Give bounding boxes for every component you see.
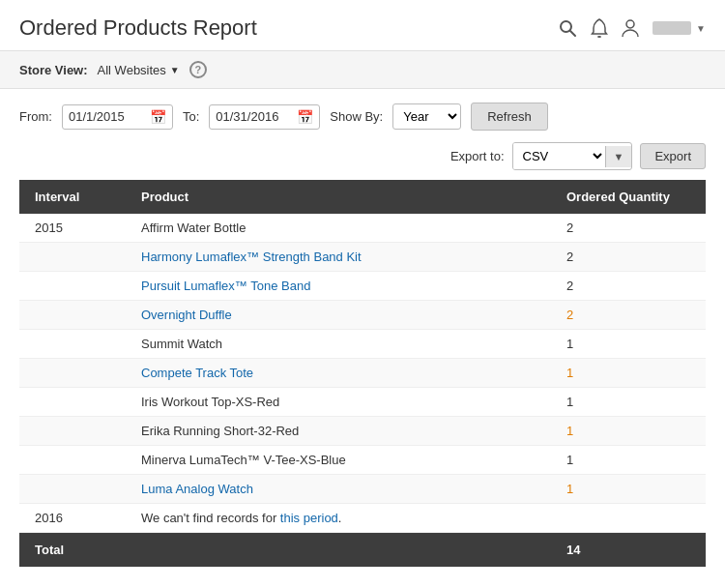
- table-row: Harmony Lumaflex™ Strength Band Kit2: [19, 243, 706, 272]
- from-date-input-wrap: 📅: [62, 104, 173, 130]
- cell-qty: 2: [551, 301, 706, 330]
- table-row: Erika Running Short-32-Red1: [19, 417, 706, 446]
- page-header: Ordered Products Report ▼: [0, 0, 725, 51]
- cell-product: Affirm Water Bottle: [126, 214, 551, 243]
- no-records-link[interactable]: this period: [280, 511, 338, 525]
- product-link[interactable]: Overnight Duffle: [141, 308, 232, 322]
- table-row: Luma Analog Watch1: [19, 475, 706, 504]
- cell-interval: [19, 388, 126, 417]
- product-link[interactable]: Compete Track Tote: [141, 366, 253, 380]
- to-calendar-icon[interactable]: 📅: [297, 109, 313, 125]
- search-icon[interactable]: [558, 18, 577, 38]
- report-table: Interval Product Ordered Quantity 2015Af…: [19, 180, 706, 567]
- cell-product: We can't find records for this period.: [126, 504, 551, 533]
- cell-product[interactable]: Harmony Lumaflex™ Strength Band Kit: [126, 243, 551, 272]
- footer-total-label: Total: [19, 533, 126, 568]
- cell-interval: [19, 301, 126, 330]
- footer-total-qty: 14: [551, 533, 706, 568]
- page-title: Ordered Products Report: [19, 15, 257, 41]
- footer-empty: [126, 533, 551, 568]
- export-format-wrap: CSV XML Excel XML ▼: [512, 142, 633, 170]
- cell-qty: 2: [551, 272, 706, 301]
- table-wrap: Interval Product Ordered Quantity 2015Af…: [0, 180, 725, 586]
- cell-qty: 2: [551, 214, 706, 243]
- user-menu[interactable]: ▼: [652, 21, 706, 35]
- cell-product[interactable]: Overnight Duffle: [126, 301, 551, 330]
- table-header: Interval Product Ordered Quantity: [19, 180, 706, 214]
- product-link[interactable]: Luma Analog Watch: [141, 482, 253, 496]
- table-row: Pursuit Lumaflex™ Tone Band2: [19, 272, 706, 301]
- cell-product[interactable]: Luma Analog Watch: [126, 475, 551, 504]
- svg-point-2: [597, 36, 601, 38]
- cell-product[interactable]: Compete Track Tote: [126, 359, 551, 388]
- filter-bar: From: 📅 To: 📅 Show By: Year Month Day Re…: [0, 89, 725, 138]
- product-link[interactable]: Pursuit Lumaflex™ Tone Band: [141, 279, 310, 293]
- table-row: Overnight Duffle2: [19, 301, 706, 330]
- export-row: Export to: CSV XML Excel XML ▼ Export: [0, 138, 725, 180]
- product-link[interactable]: Harmony Lumaflex™ Strength Band Kit: [141, 250, 362, 264]
- cell-interval: [19, 446, 126, 475]
- store-view-label: Store View:: [19, 63, 88, 77]
- export-label: Export to:: [450, 149, 505, 163]
- cell-qty: 1: [551, 446, 706, 475]
- cell-qty: 1: [551, 417, 706, 446]
- cell-interval: [19, 417, 126, 446]
- cell-qty: 2: [551, 243, 706, 272]
- cell-qty: 1: [551, 388, 706, 417]
- user-icon[interactable]: [622, 18, 639, 38]
- table-row: 2016We can't find records for this perio…: [19, 504, 706, 533]
- cell-qty: [551, 504, 706, 533]
- cell-product: Iris Workout Top-XS-Red: [126, 388, 551, 417]
- user-avatar-bar: [652, 21, 691, 35]
- refresh-button[interactable]: Refresh: [471, 103, 548, 131]
- cell-interval: [19, 243, 126, 272]
- cell-interval: 2016: [19, 504, 126, 533]
- cell-interval: 2015: [19, 214, 126, 243]
- svg-line-1: [570, 31, 575, 36]
- show-by-label: Show By:: [330, 109, 383, 124]
- cell-interval: [19, 272, 126, 301]
- cell-product: Erika Running Short-32-Red: [126, 417, 551, 446]
- export-format-select[interactable]: CSV XML Excel XML: [513, 143, 605, 169]
- store-bar: Store View: All Websites ▼ ?: [0, 51, 725, 89]
- bell-icon[interactable]: [591, 18, 608, 38]
- cell-qty: 1: [551, 330, 706, 359]
- header-icons: ▼: [558, 18, 706, 38]
- to-label: To:: [183, 109, 199, 124]
- col-header-interval: Interval: [19, 180, 126, 214]
- export-button[interactable]: Export: [640, 143, 706, 169]
- store-view-select[interactable]: All Websites ▼: [98, 63, 180, 77]
- from-date-input[interactable]: [69, 109, 146, 124]
- from-calendar-icon[interactable]: 📅: [150, 109, 166, 125]
- table-footer: Total 14: [19, 533, 706, 568]
- store-view-chevron-icon: ▼: [170, 65, 180, 75]
- col-header-product: Product: [126, 180, 551, 214]
- cell-qty: 1: [551, 475, 706, 504]
- svg-point-3: [626, 20, 634, 28]
- export-format-chevron-icon[interactable]: ▼: [605, 146, 632, 167]
- to-date-input[interactable]: [216, 109, 293, 124]
- table-row: Compete Track Tote1: [19, 359, 706, 388]
- cell-product[interactable]: Pursuit Lumaflex™ Tone Band: [126, 272, 551, 301]
- cell-product: Minerva LumaTech™ V-Tee-XS-Blue: [126, 446, 551, 475]
- table-row: Iris Workout Top-XS-Red1: [19, 388, 706, 417]
- cell-interval: [19, 359, 126, 388]
- table-row: Minerva LumaTech™ V-Tee-XS-Blue1: [19, 446, 706, 475]
- table-row: 2015Affirm Water Bottle2: [19, 214, 706, 243]
- store-view-value: All Websites: [98, 63, 166, 77]
- table-body: 2015Affirm Water Bottle2Harmony Lumaflex…: [19, 214, 706, 533]
- from-label: From:: [19, 109, 52, 124]
- show-by-select[interactable]: Year Month Day: [392, 103, 461, 130]
- table-row: Summit Watch1: [19, 330, 706, 359]
- help-icon[interactable]: ?: [189, 61, 207, 78]
- col-header-qty: Ordered Quantity: [551, 180, 706, 214]
- cell-qty: 1: [551, 359, 706, 388]
- cell-interval: [19, 330, 126, 359]
- to-date-input-wrap: 📅: [209, 104, 320, 130]
- user-chevron-icon: ▼: [696, 23, 706, 34]
- cell-interval: [19, 475, 126, 504]
- cell-product: Summit Watch: [126, 330, 551, 359]
